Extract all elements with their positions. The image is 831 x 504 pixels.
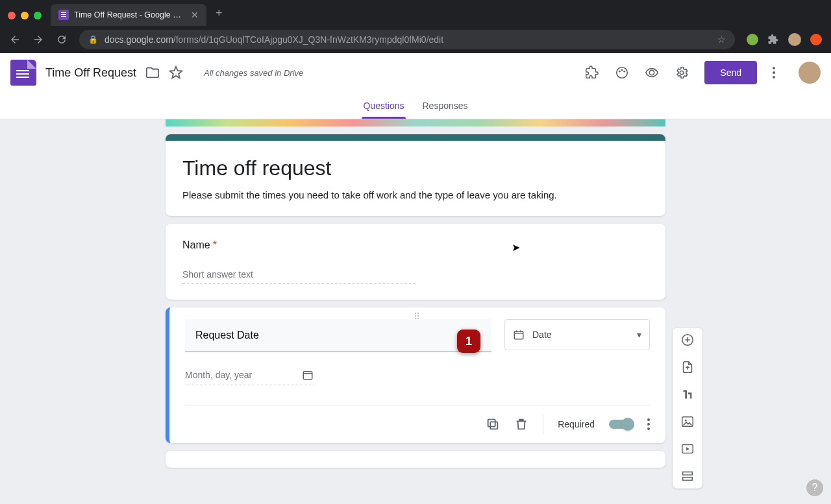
forms-favicon xyxy=(58,10,69,20)
profile-avatar-small[interactable] xyxy=(788,33,801,46)
question-type-label: Date xyxy=(532,330,552,340)
required-asterisk: * xyxy=(213,239,217,251)
svg-rect-7 xyxy=(491,422,498,429)
import-questions-icon[interactable] xyxy=(680,360,695,374)
svg-point-2 xyxy=(621,69,623,71)
calendar-icon xyxy=(513,329,525,341)
more-options-icon[interactable] xyxy=(773,67,775,78)
tab-title: Time Off Request - Google Forms xyxy=(74,10,186,19)
svg-rect-13 xyxy=(683,472,693,475)
tab-responses[interactable]: Responses xyxy=(423,101,468,119)
question-card-name[interactable]: Name* xyxy=(166,224,665,300)
form-canvas: Time off request Please submit the times… xyxy=(0,119,831,504)
browser-tab[interactable]: Time Off Request - Google Forms ✕ xyxy=(51,4,206,26)
account-avatar[interactable] xyxy=(799,62,821,84)
close-window[interactable] xyxy=(8,12,16,19)
browser-chrome: Time Off Request - Google Forms ✕ + 🔒 do… xyxy=(0,0,831,53)
extension-1-icon[interactable] xyxy=(747,34,758,45)
tab-questions[interactable]: Questions xyxy=(363,101,404,119)
dropdown-caret-icon: ▾ xyxy=(637,330,641,340)
preview-icon[interactable] xyxy=(645,66,659,80)
extension-icons xyxy=(747,33,822,46)
form-tabs: Questions Responses xyxy=(0,92,831,119)
star-icon[interactable] xyxy=(169,66,183,80)
back-button[interactable] xyxy=(9,34,21,45)
drag-handle-icon[interactable]: ⠿ xyxy=(414,311,421,322)
forms-header: Time Off Request All changes saved in Dr… xyxy=(0,53,831,92)
move-to-folder-icon[interactable] xyxy=(145,66,160,80)
lock-icon: 🔒 xyxy=(88,35,98,44)
tab-close-icon[interactable]: ✕ xyxy=(191,10,199,20)
url-text: docs.google.com/forms/d/1qGUoqlTCoIAjpgu… xyxy=(105,34,443,45)
reload-button[interactable] xyxy=(56,34,68,45)
short-answer-preview xyxy=(182,265,416,284)
new-tab-button[interactable]: + xyxy=(216,6,223,20)
svg-rect-6 xyxy=(303,372,312,379)
question-card-request-date[interactable]: ⠿ Date ▾ 1 Month, day, year xyxy=(166,307,665,443)
send-button[interactable]: Send xyxy=(704,61,757,84)
extensions-icon[interactable] xyxy=(767,34,779,45)
mouse-cursor: ➤ xyxy=(512,241,520,254)
add-title-icon[interactable] xyxy=(680,387,695,402)
question-more-icon[interactable] xyxy=(647,418,650,430)
forms-logo-icon[interactable] xyxy=(10,60,36,86)
minimize-window[interactable] xyxy=(21,12,29,19)
add-video-icon[interactable] xyxy=(680,442,695,456)
question-type-selector[interactable]: Date ▾ xyxy=(504,319,650,350)
svg-point-3 xyxy=(624,71,626,73)
customize-theme-icon[interactable] xyxy=(615,66,629,80)
svg-rect-14 xyxy=(683,477,693,481)
tab-bar: Time Off Request - Google Forms ✕ + xyxy=(0,0,831,26)
window-controls xyxy=(8,12,42,19)
forward-button[interactable] xyxy=(32,34,44,45)
required-toggle[interactable] xyxy=(609,420,633,429)
question-footer: Required xyxy=(185,405,650,434)
form-title[interactable]: Time off request xyxy=(182,156,649,180)
form-description[interactable]: Please submit the times you need to take… xyxy=(182,189,649,200)
separator xyxy=(543,414,543,434)
add-section-icon[interactable] xyxy=(680,469,695,483)
form-title-card[interactable]: Time off request Please submit the times… xyxy=(166,134,665,216)
addons-icon[interactable] xyxy=(585,66,599,80)
question-title-input[interactable] xyxy=(185,319,491,352)
svg-point-4 xyxy=(680,71,684,75)
svg-rect-8 xyxy=(488,420,495,427)
calendar-picker-icon xyxy=(302,369,314,381)
question-name-label: Name* xyxy=(182,239,649,251)
extension-2-icon[interactable] xyxy=(810,34,822,45)
form-header-image xyxy=(166,119,665,126)
svg-point-0 xyxy=(617,67,628,78)
duplicate-button[interactable] xyxy=(486,417,500,431)
address-bar[interactable]: 🔒 docs.google.com/forms/d/1qGUoqlTCoIAjp… xyxy=(79,30,735,49)
document-title[interactable]: Time Off Request xyxy=(45,66,136,80)
annotation-badge-1: 1 xyxy=(457,330,480,353)
help-button[interactable]: ? xyxy=(806,479,823,496)
maximize-window[interactable] xyxy=(34,12,42,19)
add-question-icon[interactable] xyxy=(680,333,695,347)
bookmark-star-icon[interactable]: ☆ xyxy=(717,34,726,45)
next-question-card-peek[interactable] xyxy=(166,451,665,468)
svg-point-1 xyxy=(619,71,621,73)
delete-button[interactable] xyxy=(514,417,528,431)
svg-point-11 xyxy=(685,420,687,422)
date-answer-preview: Month, day, year xyxy=(185,369,314,385)
add-image-icon[interactable] xyxy=(680,414,695,429)
question-toolbar xyxy=(672,327,703,489)
required-label: Required xyxy=(558,419,595,429)
save-status: All changes saved in Drive xyxy=(204,68,303,78)
settings-icon[interactable] xyxy=(675,66,689,80)
svg-rect-5 xyxy=(514,331,523,339)
